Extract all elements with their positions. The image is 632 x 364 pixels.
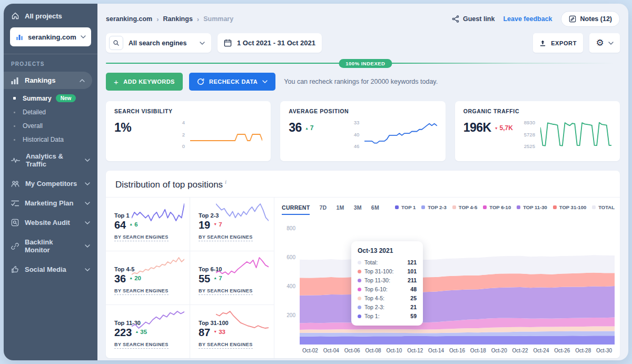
top31-100-value: 87 <box>199 327 210 339</box>
search-visibility-sparkline <box>190 116 262 153</box>
top4-5-stat: Top 4-5 36 ▲20 BY SEARCH ENGINES <box>106 251 190 304</box>
sidebar: All projects seranking.com PROJECTS Rank… <box>4 4 97 360</box>
header-actions: Guest link Leave feedback Notes (12) <box>452 11 620 27</box>
top2-3-stat: Top 2-3 19 ▼7 BY SEARCH ENGINES <box>190 198 274 251</box>
historical-data-label: Historical Data <box>23 136 64 143</box>
legend-label: TOTAL <box>598 204 615 210</box>
card-title: ORGANIC TRAFFIC <box>463 108 611 114</box>
sidebar-item-all-projects[interactable]: All projects <box>4 4 97 26</box>
card-title: AVERAGE POSITION <box>289 108 437 114</box>
date-range-value: 1 Oct 2021 - 31 Oct 2021 <box>237 39 315 47</box>
tooltip-value: 21 <box>410 304 417 310</box>
by-search-engines-link[interactable]: BY SEARCH ENGINES <box>114 234 169 241</box>
x-axis-tick: Oct-16 <box>449 348 465 353</box>
organic-traffic-value: 196K <box>463 121 491 135</box>
chevron-down-icon <box>85 268 90 271</box>
settings-button[interactable]: ⚙ <box>589 33 620 53</box>
tooltip-label: Total: <box>364 259 378 265</box>
tooltip-value: 59 <box>410 313 417 319</box>
by-search-engines-link[interactable]: BY SEARCH ENGINES <box>199 288 253 295</box>
stacked-area-plot[interactable]: Oct-13 2021 Total:121Top 31-100:101Top 1… <box>300 219 615 345</box>
top1-sparkline <box>132 202 184 223</box>
sidebar-item-backlink-monitor[interactable]: Backlink Monitor <box>4 232 97 260</box>
by-search-engines-link[interactable]: BY SEARCH ENGINES <box>114 342 169 349</box>
sidebar-item-analytics-traffic[interactable]: Analytics & Traffic <box>4 146 97 174</box>
keyword-actions: + ADD KEYWORDS RECHECK DATA You can rech… <box>106 73 620 91</box>
tab-1m[interactable]: 1M <box>336 204 344 215</box>
y-axis-tick: 600 <box>287 254 295 260</box>
arrow-up-icon: ▲ <box>213 276 217 280</box>
x-axis-tick: Oct-04 <box>323 348 339 353</box>
breadcrumb-rankings[interactable]: Rankings <box>163 15 193 23</box>
stat-cards: SEARCH VISIBILITY 1% 420 AVERAGE POSITIO… <box>106 101 620 161</box>
sidebar-item-summary[interactable]: Summary New <box>4 91 97 105</box>
by-search-engines-link[interactable]: BY SEARCH ENGINES <box>114 288 169 295</box>
breadcrumb-project[interactable]: seranking.com <box>106 15 152 23</box>
by-search-engines-link[interactable]: BY SEARCH ENGINES <box>199 234 253 241</box>
date-range-picker[interactable]: 1 Oct 2021 - 31 Oct 2021 <box>218 33 322 53</box>
arrow-up-icon: ▲ <box>129 222 133 226</box>
bullet-icon <box>14 125 15 127</box>
sidebar-item-historical-data[interactable]: Historical Data <box>4 133 97 146</box>
tab-3m[interactable]: 3M <box>354 204 362 215</box>
page-background: All projects seranking.com PROJECTS Rank… <box>0 0 632 364</box>
chevron-down-icon <box>85 202 90 205</box>
sidebar-item-website-audit[interactable]: Website Audit <box>4 213 97 232</box>
note-edit-icon <box>569 15 576 23</box>
tooltip-row: Top 31-100:101 <box>358 267 417 276</box>
x-axis-tick: Oct-14 <box>428 348 444 353</box>
tab-7d[interactable]: 7D <box>319 204 327 215</box>
legend-item[interactable]: TOP 2-3 <box>421 204 447 210</box>
legend-item[interactable]: TOP 11-30 <box>517 204 547 210</box>
project-chart-icon <box>15 33 24 41</box>
project-selector[interactable]: seranking.com <box>10 27 91 46</box>
thumbs-up-icon <box>11 265 19 273</box>
chevron-down-icon <box>85 182 90 185</box>
legend-item[interactable]: TOP 6-10 <box>483 204 511 210</box>
top6-10-stat: Top 6-10 55 ▲7 BY SEARCH ENGINES <box>190 251 274 304</box>
legend-item[interactable]: TOTAL <box>592 204 615 210</box>
legend-label: TOP 6-10 <box>489 204 511 210</box>
legend-label: TOP 4-5 <box>459 204 478 210</box>
add-keywords-button[interactable]: + ADD KEYWORDS <box>106 73 183 91</box>
guest-link-button[interactable]: Guest link <box>452 15 495 23</box>
tab-current[interactable]: CURRENT <box>282 204 310 215</box>
tooltip-row: Top 4-5:25 <box>358 294 417 303</box>
recheck-data-button[interactable]: RECHECK DATA <box>189 73 275 91</box>
sidebar-item-detailed[interactable]: Detailed <box>4 105 97 119</box>
x-axis-tick: Oct-28 <box>575 348 591 353</box>
by-search-engines-link[interactable]: BY SEARCH ENGINES <box>199 342 253 349</box>
sidebar-item-my-competitors[interactable]: My Competitors <box>4 174 97 193</box>
detailed-label: Detailed <box>23 109 46 116</box>
legend-item[interactable]: TOP 1 <box>395 204 416 210</box>
leave-feedback-link[interactable]: Leave feedback <box>503 15 552 23</box>
top4-5-sparkline <box>132 255 184 277</box>
search-engine-select[interactable]: All search engines <box>106 33 211 53</box>
breadcrumb: seranking.com › Rankings › Summary <box>106 15 233 23</box>
delta-badge: ▼5,7K <box>495 124 513 132</box>
export-button[interactable]: EXPORT <box>533 33 583 53</box>
search-icon <box>109 36 123 50</box>
tooltip-label: Top 6-10: <box>364 286 388 292</box>
analytics-traffic-label: Analytics & Traffic <box>26 152 79 168</box>
search-visibility-card: SEARCH VISIBILITY 1% 420 <box>106 101 271 161</box>
index-progress-line: 100% INDEXED <box>106 60 620 67</box>
sidebar-item-overall[interactable]: Overall <box>4 119 97 133</box>
tooltip-label: Top 4-5: <box>364 295 384 301</box>
notes-label: Notes (12) <box>580 15 612 23</box>
tooltip-row: Top 1:59 <box>358 312 417 321</box>
legend-item[interactable]: TOP 31-100 <box>553 204 586 210</box>
tab-6m[interactable]: 6M <box>371 204 379 215</box>
sidebar-item-rankings[interactable]: Rankings <box>4 72 92 89</box>
series-dot-icon <box>358 279 361 282</box>
sidebar-item-social-media[interactable]: Social Media <box>4 260 97 279</box>
legend-item[interactable]: TOP 4-5 <box>452 204 478 210</box>
x-axis-tick: Oct-24 <box>533 348 549 353</box>
sidebar-item-marketing-plan[interactable]: Marketing Plan <box>4 193 97 213</box>
tooltip-value: 101 <box>407 268 417 274</box>
top2-3-sparkline <box>216 202 269 223</box>
notes-button[interactable]: Notes (12) <box>561 11 620 27</box>
distribution-chart: CURRENT 7D 1M 3M 6M TOP 1TOP 2-3TOP 4-5T… <box>274 198 620 358</box>
tooltip-date: Oct-13 2021 <box>358 247 417 254</box>
info-icon[interactable]: i <box>225 179 226 185</box>
